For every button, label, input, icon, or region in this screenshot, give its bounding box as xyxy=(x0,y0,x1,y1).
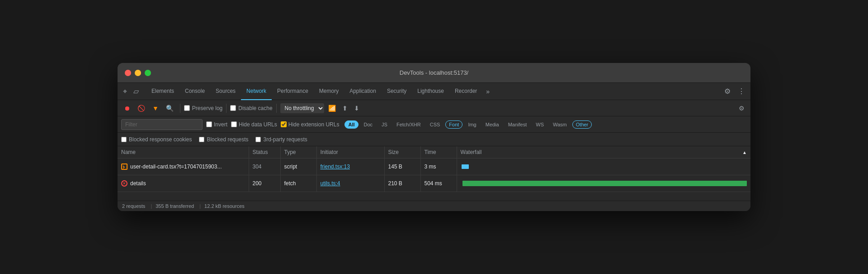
upload-icon[interactable]: ⬆ xyxy=(340,103,350,113)
row2-waterfall xyxy=(457,175,750,192)
cursor-icon[interactable]: ⌖ xyxy=(121,86,129,97)
filter-icon[interactable]: ▼ xyxy=(150,103,161,114)
maximize-button[interactable] xyxy=(145,70,151,76)
invert-label: Invert xyxy=(214,121,227,128)
type-js-button[interactable]: JS xyxy=(378,120,391,129)
type-doc-button[interactable]: Doc xyxy=(360,120,377,129)
col-size[interactable]: Size xyxy=(384,146,420,159)
blocked-requests-checkbox[interactable]: Blocked requests xyxy=(199,136,248,143)
hide-ext-input[interactable] xyxy=(281,121,287,127)
tab-console[interactable]: Console xyxy=(179,83,210,100)
minimize-button[interactable] xyxy=(135,70,141,76)
disable-cache-checkbox[interactable]: Disable cache xyxy=(230,105,272,111)
col-type-label: Type xyxy=(284,149,296,155)
type-wasm-button[interactable]: Wasm xyxy=(549,120,571,129)
row2-name-cell[interactable]: ✕ details xyxy=(118,175,249,192)
invert-checkbox[interactable]: Invert xyxy=(206,121,227,128)
titlebar: DevTools - localhost:5173/ xyxy=(118,63,750,83)
row1-waterfall-bar xyxy=(462,164,469,169)
resources-size: 12.2 kB resources xyxy=(204,203,250,209)
row2-status-value: 200 xyxy=(253,180,262,187)
hide-ext-checkbox[interactable]: Hide extension URLs xyxy=(281,121,340,128)
blocked-cookies-checkbox[interactable]: Blocked response cookies xyxy=(121,136,192,143)
settings-icon[interactable]: ⚙ xyxy=(722,85,732,97)
blocked-cookies-input[interactable] xyxy=(121,137,127,142)
row1-type-value: script xyxy=(284,163,297,170)
row2-waterfall-bar xyxy=(462,181,747,186)
row2-initiator-link[interactable]: utils.ts:4 xyxy=(321,180,340,187)
type-other-button[interactable]: Other xyxy=(572,120,592,129)
tab-performance[interactable]: Performance xyxy=(272,83,314,100)
more-options-icon[interactable]: ⋮ xyxy=(736,85,747,97)
tab-sources[interactable]: Sources xyxy=(210,83,241,100)
tab-security[interactable]: Security xyxy=(382,83,412,100)
network-settings-icon[interactable]: ⚙ xyxy=(736,103,747,113)
row1-initiator-link[interactable]: friend.tsx:13 xyxy=(321,163,350,170)
toolbar-right: ⚙ xyxy=(736,103,747,113)
type-manifest-button[interactable]: Manifest xyxy=(505,120,531,129)
requests-count: 2 requests xyxy=(122,203,151,209)
col-status[interactable]: Status xyxy=(249,146,280,159)
type-media-button[interactable]: Media xyxy=(482,120,503,129)
col-initiator[interactable]: Initiator xyxy=(316,146,384,159)
separator-2 xyxy=(226,104,226,113)
close-button[interactable] xyxy=(125,70,131,76)
tab-recorder[interactable]: Recorder xyxy=(449,83,482,100)
tab-memory[interactable]: Memory xyxy=(314,83,344,100)
separator-3 xyxy=(276,104,277,113)
row2-name: details xyxy=(130,180,146,187)
type-filters: All Doc JS Fetch/XHR CSS Font Img Media … xyxy=(344,120,592,129)
filter-input[interactable] xyxy=(121,119,203,130)
tab-lighthouse[interactable]: Lighthouse xyxy=(412,83,449,100)
row1-size-value: 145 B xyxy=(388,163,402,170)
type-font-button[interactable]: Font xyxy=(445,120,462,129)
col-type[interactable]: Type xyxy=(280,146,316,159)
invert-input[interactable] xyxy=(206,121,212,127)
throttle-select[interactable]: No throttling xyxy=(280,103,324,113)
table-row[interactable]: ✕ details 200 fetch utils.ts:4 xyxy=(118,175,750,192)
table-row[interactable]: user-detail-card.tsx?t=17047015903... 30… xyxy=(118,159,750,175)
disable-cache-input[interactable] xyxy=(230,105,236,111)
third-party-checkbox[interactable]: 3rd-party requests xyxy=(255,136,307,143)
disable-cache-label: Disable cache xyxy=(238,105,272,111)
more-tabs-button[interactable]: » xyxy=(482,88,493,95)
row1-name-cell[interactable]: user-detail-card.tsx?t=17047015903... xyxy=(118,159,249,175)
type-all-button[interactable]: All xyxy=(344,120,358,129)
col-size-label: Size xyxy=(388,149,399,155)
tab-application[interactable]: Application xyxy=(344,83,382,100)
type-fetch-xhr-button[interactable]: Fetch/XHR xyxy=(393,120,425,129)
search-icon[interactable]: 🔍 xyxy=(163,103,176,114)
device-icon[interactable]: ▱ xyxy=(132,85,141,97)
download-icon[interactable]: ⬇ xyxy=(352,103,362,113)
row2-type: fetch xyxy=(280,175,316,192)
stop-recording-button[interactable]: ⏺ xyxy=(121,103,133,114)
hide-data-checkbox[interactable]: Hide data URLs xyxy=(231,121,277,128)
col-initiator-label: Initiator xyxy=(321,149,338,155)
col-time[interactable]: Time xyxy=(420,146,457,159)
tab-elements[interactable]: Elements xyxy=(146,83,179,100)
col-name-label: Name xyxy=(121,149,136,155)
hide-data-input[interactable] xyxy=(231,121,237,127)
row2-size: 210 B xyxy=(384,175,420,192)
col-name[interactable]: Name xyxy=(118,146,249,159)
type-ws-button[interactable]: WS xyxy=(532,120,547,129)
preserve-log-input[interactable] xyxy=(184,105,190,111)
wifi-icon[interactable]: 📶 xyxy=(326,103,338,113)
row1-time-value: 3 ms xyxy=(425,163,436,170)
devtools-window: DevTools - localhost:5173/ ⌖ ▱ Elements … xyxy=(118,63,750,211)
preserve-log-checkbox[interactable]: Preserve log xyxy=(184,105,222,111)
row1-script-icon xyxy=(121,163,127,170)
col-waterfall-label: Waterfall xyxy=(461,149,482,155)
tab-network[interactable]: Network xyxy=(241,83,272,100)
type-img-button[interactable]: Img xyxy=(464,120,480,129)
status-bar: 2 requests | 355 B transferred | 12.2 kB… xyxy=(118,201,750,211)
row2-initiator[interactable]: utils.ts:4 xyxy=(316,175,384,192)
clear-button[interactable]: 🚫 xyxy=(135,103,148,114)
devtools-body: ⌖ ▱ Elements Console Sources Network Per… xyxy=(118,83,750,211)
row1-initiator[interactable]: friend.tsx:13 xyxy=(316,159,384,175)
row1-waterfall xyxy=(457,159,750,175)
third-party-input[interactable] xyxy=(255,137,261,142)
type-css-button[interactable]: CSS xyxy=(426,120,444,129)
col-waterfall[interactable]: Waterfall ▲ xyxy=(457,146,750,159)
blocked-requests-input[interactable] xyxy=(199,137,204,142)
